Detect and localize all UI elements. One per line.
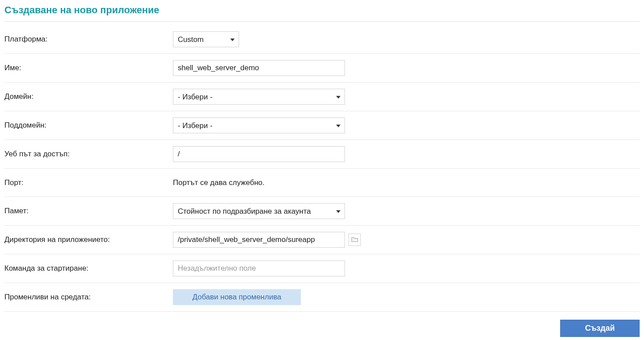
form-footer: Създай — [4, 312, 640, 337]
row-envvars: Променливи на средата: Добави нова проме… — [4, 283, 640, 312]
label-name: Име: — [4, 64, 173, 72]
startcmd-input[interactable] — [173, 261, 345, 276]
row-webpath: Уеб път за достъп: — [4, 140, 640, 169]
label-startcmd: Команда за стартиране: — [4, 264, 173, 273]
platform-select[interactable]: Custom — [173, 31, 239, 47]
domain-select[interactable]: - Избери - — [173, 89, 345, 105]
name-input[interactable] — [173, 60, 345, 76]
browse-folder-button[interactable] — [348, 234, 361, 246]
appdir-input[interactable] — [173, 232, 345, 248]
row-name: Име: — [4, 54, 640, 83]
label-platform: Платформа: — [4, 35, 173, 44]
row-subdomain: Поддомейн: - Избери - — [4, 111, 640, 140]
folder-icon — [351, 236, 358, 244]
row-port: Порт: Портът се дава служебно. — [4, 169, 640, 197]
create-button[interactable]: Създай — [560, 320, 640, 337]
label-envvars: Променливи на средата: — [4, 293, 173, 302]
label-appdir: Директория на приложението: — [4, 235, 173, 244]
row-appdir: Директория на приложението: — [4, 226, 640, 254]
page-title: Създаване на ново приложение — [4, 4, 640, 22]
label-subdomain: Поддомейн: — [4, 121, 173, 130]
memory-select[interactable]: Стойност по подразбиране за акаунта — [173, 203, 345, 219]
row-domain: Домейн: - Избери - — [4, 83, 640, 111]
row-platform: Платформа: Custom — [4, 25, 640, 54]
label-webpath: Уеб път за достъп: — [4, 150, 173, 159]
subdomain-select[interactable]: - Избери - — [173, 117, 345, 133]
row-startcmd: Команда за стартиране: — [4, 254, 640, 283]
label-port: Порт: — [4, 178, 173, 187]
add-env-var-button[interactable]: Добави нова променлива — [173, 289, 301, 305]
webpath-input[interactable] — [173, 146, 345, 162]
label-memory: Памет: — [4, 207, 173, 215]
row-memory: Памет: Стойност по подразбиране за акаун… — [4, 197, 640, 226]
port-info-text: Портът се дава служебно. — [173, 178, 265, 187]
label-domain: Домейн: — [4, 92, 173, 101]
